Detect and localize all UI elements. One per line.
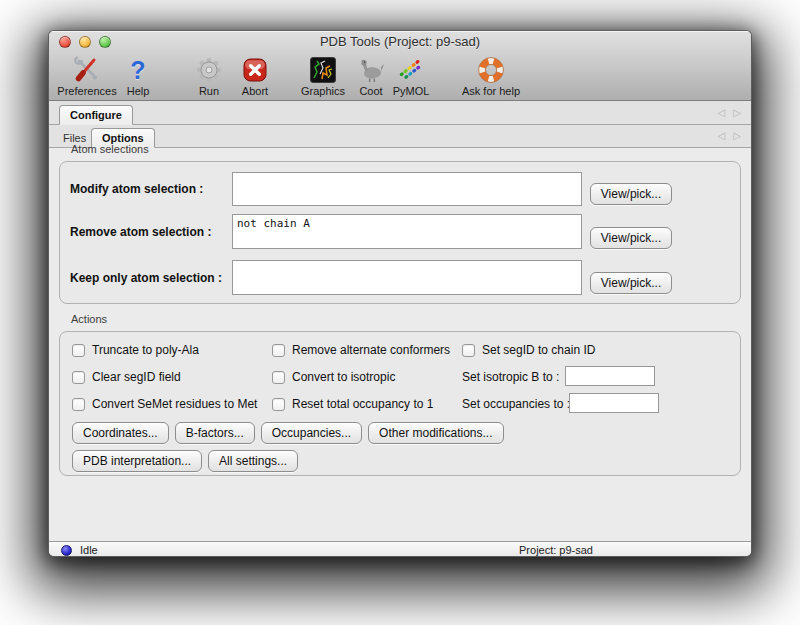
tab-scroll-left-icon[interactable]: ◁ [718, 131, 726, 141]
toolbar-help-button[interactable]: ? Help [123, 53, 153, 97]
toolbar-graphics-label: Graphics [301, 85, 345, 97]
remove-view-pick-button[interactable]: View/pick... [590, 227, 672, 249]
toolbar-preferences-button[interactable]: Preferences [55, 53, 119, 97]
truncate-poly-ala-checkbox[interactable] [72, 344, 85, 357]
toolbar-run-label: Run [199, 85, 219, 97]
convert-to-isotropic-label: Convert to isotropic [292, 370, 395, 384]
set-segid-to-chain-id-label: Set segID to chain ID [482, 343, 595, 357]
toolbar-graphics-button[interactable]: Graphics [297, 53, 349, 97]
modification-buttons-row: Coordinates... B-factors... Occupancies.… [72, 422, 504, 444]
title-bar[interactable]: PDB Tools (Project: p9-sad) [49, 31, 751, 53]
checkbox-convert-semet: Convert SeMet residues to Met [72, 396, 257, 412]
settings-buttons-row: PDB interpretation... All settings... [72, 450, 298, 472]
tab-scroll-left-icon[interactable]: ◁ [718, 108, 726, 118]
set-isotropic-b-label: Set isotropic B to : [462, 370, 559, 384]
convert-semet-checkbox[interactable] [72, 398, 85, 411]
pdb-tools-window: PDB Tools (Project: p9-sad) Preferences [48, 30, 752, 557]
remove-alternate-conformers-checkbox[interactable] [272, 344, 285, 357]
files-options-tab-bar: Files Options ◁ ▷ [49, 125, 751, 148]
status-text: Idle [80, 544, 98, 556]
toolbar-ask-for-help-button[interactable]: Ask for help [455, 53, 527, 97]
configure-tab-bar: Configure ◁ ▷ [49, 101, 751, 125]
checkbox-convert-to-isotropic: Convert to isotropic [272, 369, 395, 385]
toolbar-coot-button[interactable]: Coot [355, 53, 387, 97]
checkbox-reset-total-occupancy: Reset total occupancy to 1 [272, 396, 433, 412]
keep-only-atom-selection-label: Keep only atom selection : [70, 271, 222, 285]
tab-configure[interactable]: Configure [59, 105, 133, 125]
reset-total-occupancy-label: Reset total occupancy to 1 [292, 397, 433, 411]
convert-to-isotropic-checkbox[interactable] [272, 371, 285, 384]
coot-bird-icon [357, 55, 385, 85]
graphics-icon [310, 55, 336, 85]
checkbox-remove-alternate-conformers: Remove alternate conformers [272, 342, 450, 358]
abort-icon [242, 55, 268, 85]
project-label: Project: p9-sad [519, 544, 593, 556]
set-segid-to-chain-id-checkbox[interactable] [462, 344, 475, 357]
clear-segid-field-checkbox[interactable] [72, 371, 85, 384]
reset-total-occupancy-checkbox[interactable] [272, 398, 285, 411]
toolbar-help-label: Help [127, 85, 150, 97]
preferences-icon [73, 55, 101, 85]
keep-only-view-pick-button[interactable]: View/pick... [590, 272, 672, 294]
toolbar-coot-label: Coot [359, 85, 382, 97]
toolbar-abort-label: Abort [242, 85, 268, 97]
remove-atom-selection-label: Remove atom selection : [70, 225, 211, 239]
checkbox-truncate-poly-ala: Truncate to poly-Ala [72, 342, 199, 358]
toolbar-run-button[interactable]: Run [194, 53, 224, 97]
remove-alternate-conformers-label: Remove alternate conformers [292, 343, 450, 357]
all-settings-button[interactable]: All settings... [208, 450, 298, 472]
checkbox-set-segid-to-chain-id: Set segID to chain ID [462, 342, 595, 358]
checkbox-clear-segid-field: Clear segID field [72, 369, 181, 385]
clear-segid-field-label: Clear segID field [92, 370, 181, 384]
actions-legend: Actions [71, 313, 107, 325]
toolbar-pymol-label: PyMOL [393, 85, 430, 97]
status-indicator-icon [61, 545, 72, 556]
run-gear-icon [195, 55, 223, 85]
toolbar: Preferences ? Help [49, 53, 751, 101]
window-title: PDB Tools (Project: p9-sad) [49, 34, 751, 49]
atom-selections-legend: Atom selections [71, 143, 149, 155]
set-isotropic-b-input[interactable] [565, 366, 655, 386]
modify-atom-selection-label: Modify atom selection : [70, 182, 203, 196]
set-occupancies-input[interactable] [569, 393, 659, 413]
tab-scroll-arrows-2: ◁ ▷ [718, 125, 741, 147]
atom-selections-group: Modify atom selection : View/pick... Rem… [59, 161, 741, 304]
status-bar: Idle Project: p9-sad [49, 541, 751, 557]
pdb-interpretation-button[interactable]: PDB interpretation... [72, 450, 202, 472]
toolbar-abort-button[interactable]: Abort [236, 53, 274, 97]
window-chrome: PDB Tools (Project: p9-sad) Preferences [49, 31, 751, 101]
keep-only-atom-selection-input[interactable] [232, 260, 582, 295]
toolbar-ask-for-help-label: Ask for help [462, 85, 520, 97]
tab-scroll-arrows-1: ◁ ▷ [718, 101, 741, 124]
convert-semet-label: Convert SeMet residues to Met [92, 397, 257, 411]
tab-scroll-right-icon[interactable]: ▷ [733, 131, 741, 141]
pymol-icon [397, 55, 425, 85]
set-occupancies-label: Set occupancies to : [462, 397, 570, 411]
b-factors-button[interactable]: B-factors... [175, 422, 255, 444]
other-modifications-button[interactable]: Other modifications... [368, 422, 503, 444]
occupancies-button[interactable]: Occupancies... [261, 422, 362, 444]
tab-scroll-right-icon[interactable]: ▷ [733, 108, 741, 118]
toolbar-preferences-label: Preferences [57, 85, 116, 97]
modify-atom-selection-input[interactable] [232, 172, 582, 206]
coordinates-button[interactable]: Coordinates... [72, 422, 169, 444]
life-ring-icon [477, 55, 505, 85]
modify-view-pick-button[interactable]: View/pick... [590, 183, 672, 205]
actions-group: Truncate to poly-Ala Remove alternate co… [59, 331, 741, 476]
truncate-poly-ala-label: Truncate to poly-Ala [92, 343, 199, 357]
remove-atom-selection-input[interactable]: not chain A [232, 214, 582, 249]
toolbar-pymol-button[interactable]: PyMOL [390, 53, 432, 97]
help-icon: ? [130, 55, 145, 85]
